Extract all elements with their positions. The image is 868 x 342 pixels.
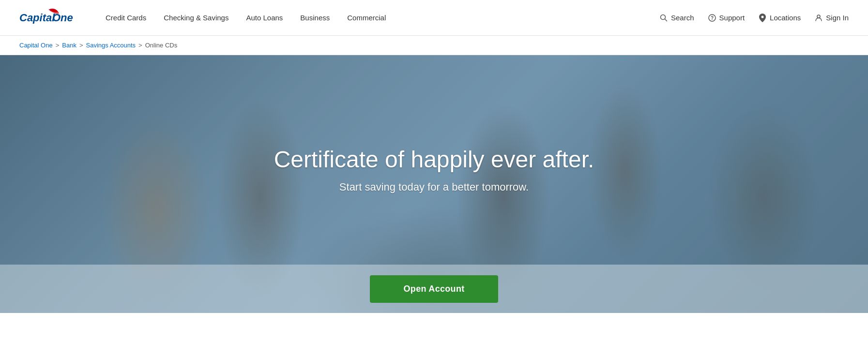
svg-text:Capital: Capital: [19, 12, 55, 24]
search-action[interactable]: Search: [659, 14, 694, 22]
hero-section: Certificate of happily ever after. Start…: [0, 55, 868, 313]
nav-business[interactable]: Business: [300, 14, 330, 22]
breadcrumb-savings-accounts[interactable]: Savings Accounts: [86, 42, 136, 49]
header-left: Capital One Credit Cards Checking & Savi…: [19, 8, 386, 28]
search-label: Search: [671, 14, 694, 22]
open-account-button[interactable]: Open Account: [370, 275, 499, 303]
sign-in-label: Sign In: [826, 14, 849, 22]
svg-line-3: [665, 19, 667, 21]
nav-credit-cards[interactable]: Credit Cards: [106, 14, 146, 22]
support-icon: ?: [708, 14, 716, 22]
svg-point-6: [761, 15, 764, 18]
hero-subheadline: Start saving today for a better tomorrow…: [339, 181, 529, 193]
breadcrumb: Capital One > Bank > Savings Accounts > …: [0, 36, 868, 55]
logo-container[interactable]: Capital One: [19, 8, 82, 28]
nav-checking-savings[interactable]: Checking & Savings: [164, 14, 228, 22]
sign-in-action[interactable]: Sign In: [814, 14, 849, 22]
support-label: Support: [719, 14, 745, 22]
svg-point-7: [817, 15, 820, 18]
locations-label: Locations: [770, 14, 801, 22]
capital-one-logo: Capital One: [19, 8, 82, 28]
breadcrumb-sep-3: >: [138, 42, 142, 49]
hero-headline: Certificate of happily ever after.: [274, 146, 594, 174]
nav-auto-loans[interactable]: Auto Loans: [246, 14, 283, 22]
nav-commercial[interactable]: Commercial: [347, 14, 386, 22]
main-nav: Credit Cards Checking & Savings Auto Loa…: [106, 14, 386, 22]
sign-in-icon: [814, 14, 823, 22]
header-right: Search ? Support Locations: [659, 14, 849, 22]
breadcrumb-online-cds: Online CDs: [145, 42, 177, 49]
locations-action[interactable]: Locations: [758, 14, 801, 22]
svg-text:?: ?: [710, 15, 713, 21]
support-action[interactable]: ? Support: [708, 14, 745, 22]
breadcrumb-sep-1: >: [56, 42, 60, 49]
breadcrumb-bank[interactable]: Bank: [62, 42, 76, 49]
locations-icon: [758, 14, 767, 22]
breadcrumb-capital-one[interactable]: Capital One: [19, 42, 53, 49]
breadcrumb-sep-2: >: [79, 42, 83, 49]
cta-area: Open Account: [0, 265, 868, 313]
search-icon: [659, 14, 668, 22]
site-header: Capital One Credit Cards Checking & Savi…: [0, 0, 868, 36]
